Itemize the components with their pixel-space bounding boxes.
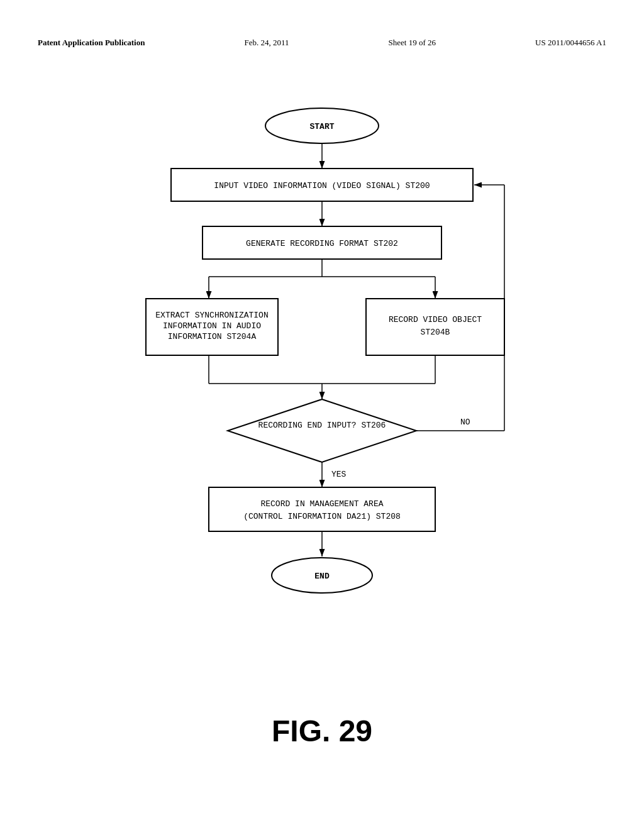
svg-text:RECORD IN MANAGEMENT AREA: RECORD IN MANAGEMENT AREA [260, 499, 383, 509]
svg-text:RECORD VIDEO OBJECT: RECORD VIDEO OBJECT [389, 315, 482, 324]
header-patent: US 2011/0044656 A1 [535, 38, 606, 48]
svg-text:EXTRACT SYNCHRONIZATION: EXTRACT SYNCHRONIZATION [155, 311, 268, 320]
svg-text:INFORMATION ST204A: INFORMATION ST204A [168, 332, 257, 341]
svg-text:(CONTROL INFORMATION DA21) ST2: (CONTROL INFORMATION DA21) ST208 [243, 512, 401, 521]
svg-rect-30 [209, 487, 435, 531]
flowchart: text { font-family: 'Courier New', monos… [102, 101, 542, 641]
svg-text:START: START [309, 122, 334, 131]
svg-text:END: END [314, 572, 330, 581]
svg-text:NO: NO [460, 418, 470, 427]
flowchart-svg: text { font-family: 'Courier New', monos… [108, 101, 536, 641]
svg-rect-18 [366, 299, 504, 355]
svg-text:GENERATE RECORDING FORMAT ST20: GENERATE RECORDING FORMAT ST202 [246, 239, 398, 248]
svg-text:YES: YES [331, 470, 347, 479]
svg-text:ST204B: ST204B [421, 328, 450, 337]
svg-text:RECORDING END INPUT? ST206: RECORDING END INPUT? ST206 [258, 421, 386, 430]
header-sheet: Sheet 19 of 26 [389, 38, 436, 48]
figure-label: FIG. 29 [272, 714, 372, 748]
page-header: Patent Application Publication Feb. 24, … [38, 38, 606, 48]
header-publication: Patent Application Publication [38, 38, 145, 48]
svg-text:INFORMATION IN AUDIO: INFORMATION IN AUDIO [163, 321, 261, 331]
svg-marker-26 [228, 399, 416, 462]
header-date: Feb. 24, 2011 [245, 38, 289, 48]
svg-text:INPUT VIDEO INFORMATION (VIDEO: INPUT VIDEO INFORMATION (VIDEO SIGNAL) S… [214, 181, 430, 191]
